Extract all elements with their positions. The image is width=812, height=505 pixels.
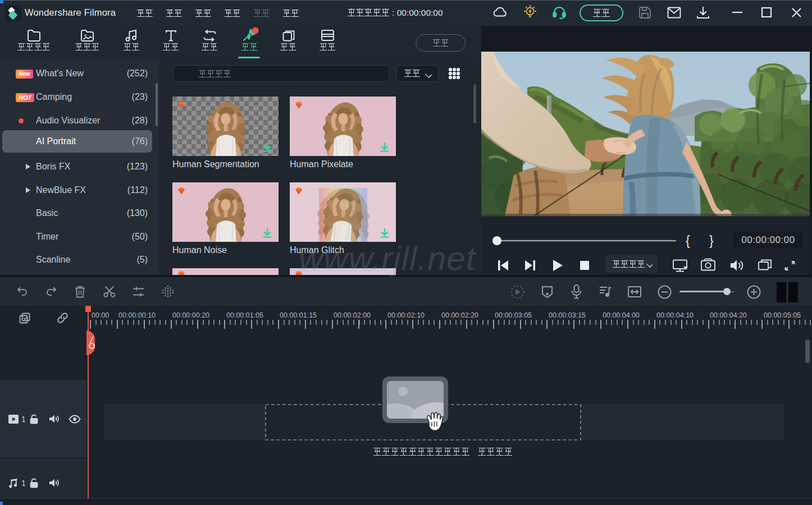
svg-text:}: } xyxy=(709,233,714,248)
svg-text:{: { xyxy=(686,233,690,248)
